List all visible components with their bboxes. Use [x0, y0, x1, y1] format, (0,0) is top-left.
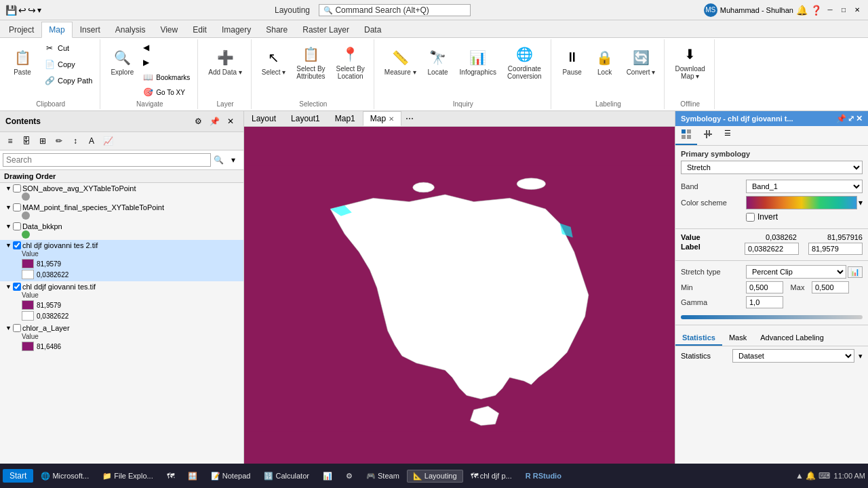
restore-button[interactable]: □: [838, 5, 849, 16]
tab-map[interactable]: Map: [41, 22, 72, 38]
taskbar-item-microsoft[interactable]: 🌐 Microsoft...: [35, 470, 95, 483]
stats-dropdown[interactable]: Dataset: [732, 349, 854, 363]
sym-tab-primary[interactable]: [675, 126, 697, 145]
locate-button[interactable]: 🔭 Locate: [422, 41, 454, 81]
search-input[interactable]: [3, 153, 211, 167]
select-by-location-button[interactable]: 📍 Select ByLocation: [332, 41, 370, 83]
forward-button[interactable]: ▶: [140, 56, 193, 69]
add-data-button[interactable]: ➕ Add Data ▾: [203, 41, 246, 81]
more-tabs-icon[interactable]: ⋯: [403, 113, 416, 125]
invert-checkbox[interactable]: [746, 213, 755, 222]
taskbar-item-rstudio[interactable]: R RStudio: [519, 470, 568, 482]
tab-view[interactable]: View: [153, 21, 185, 37]
list-item[interactable]: ▼ chl djf giovanni tes 2.tif Value 81,95…: [0, 240, 243, 281]
list-item[interactable]: ▼ MAM_point_final_species_XYTableToPoint: [0, 202, 243, 221]
color-scheme-dropdown-icon[interactable]: ▾: [859, 198, 863, 207]
bookmarks-button[interactable]: 📖Bookmarks: [140, 70, 193, 84]
convert-button[interactable]: 🔄 Convert ▾: [622, 41, 660, 81]
min-input[interactable]: [746, 281, 783, 293]
save-icon[interactable]: 💾: [5, 5, 17, 16]
tab-insert[interactable]: Insert: [73, 21, 108, 37]
filter-icon[interactable]: ⚙: [191, 114, 205, 129]
measure-button[interactable]: 📏 Measure ▾: [380, 41, 421, 81]
redo-icon[interactable]: ↪: [28, 5, 36, 16]
taskbar-item-fileexplorer[interactable]: 📁 File Explo...: [96, 470, 159, 483]
select-button[interactable]: ↖ Select ▾: [257, 41, 291, 81]
go-to-xy-button[interactable]: 🎯Go To XY: [140, 85, 193, 99]
sym-expand-icon[interactable]: ⤢: [848, 114, 854, 123]
taskbar-item-layouting[interactable]: 📐 Layouting: [407, 470, 463, 483]
coordinate-conversion-button[interactable]: 🌐 CoordinateConversion: [502, 41, 547, 83]
stats-tab-mask[interactable]: Mask: [722, 331, 753, 346]
sym-tab-more[interactable]: ☰: [719, 126, 736, 145]
back-button[interactable]: ◀: [140, 41, 193, 54]
tab-map[interactable]: Map ✕: [363, 111, 401, 126]
taskbar-item-steam[interactable]: 🎮 Steam: [360, 470, 406, 483]
tab-data[interactable]: Data: [357, 21, 389, 37]
stats-tab-statistics[interactable]: Statistics: [675, 331, 722, 346]
copy-path-button[interactable]: 🔗 Copy Path: [41, 73, 96, 88]
layer-checkbox[interactable]: [13, 241, 21, 249]
color-scheme-gradient[interactable]: [746, 196, 857, 209]
close-panel-icon[interactable]: ✕: [223, 114, 238, 129]
chart-icon[interactable]: 📈: [100, 134, 115, 148]
infographics-button[interactable]: 📊 Infographics: [455, 41, 501, 81]
download-map-button[interactable]: ⬇ DownloadMap ▾: [670, 41, 709, 83]
selection-icon[interactable]: ⊞: [35, 134, 50, 148]
undo-icon[interactable]: ↩: [18, 5, 26, 16]
pause-button[interactable]: ⏸ Pause: [557, 41, 588, 81]
list-item[interactable]: ▼ chl ddjf giovanni tes.tif Value 81,957…: [0, 281, 243, 323]
start-button[interactable]: Start: [3, 469, 33, 483]
layer-checkbox[interactable]: [13, 184, 21, 192]
stats-dropdown-icon[interactable]: ▾: [859, 352, 863, 361]
list-item[interactable]: ▼ Data_bkkpn: [0, 221, 243, 240]
gamma-input[interactable]: [746, 296, 783, 308]
layer-checkbox[interactable]: [13, 283, 21, 291]
histogram-slider[interactable]: [681, 315, 863, 319]
taskbar-item-arcgis[interactable]: 🗺: [161, 470, 180, 482]
taskbar-tray[interactable]: ▲ 🔔 ⌨: [795, 471, 830, 481]
customize-icon[interactable]: ▾: [37, 5, 41, 15]
label-min-input[interactable]: [745, 243, 799, 255]
close-button[interactable]: ✕: [852, 5, 863, 16]
histogram-icon[interactable]: 📊: [848, 266, 863, 278]
stretch-type-select[interactable]: Percent Clip: [746, 265, 846, 279]
layers-icon[interactable]: ≡: [3, 134, 18, 148]
tab-layout[interactable]: Layout: [244, 111, 283, 126]
paste-button[interactable]: 📋 Paste: [5, 41, 39, 81]
tab-map1[interactable]: Map1: [328, 111, 363, 126]
tab-map-close[interactable]: ✕: [389, 115, 394, 123]
map-canvas[interactable]: [244, 127, 675, 470]
tab-raster-layer[interactable]: Raster Layer: [295, 21, 357, 37]
taskbar-item-excel[interactable]: 📊: [317, 470, 338, 483]
command-search[interactable]: 🔍 Command Search (Alt+Q): [319, 4, 470, 16]
cut-button[interactable]: ✂ Cut: [41, 41, 96, 56]
edit-tool-icon[interactable]: ✏: [52, 134, 66, 148]
help-icon[interactable]: ❓: [810, 5, 822, 16]
search-icon[interactable]: 🔍: [211, 152, 226, 167]
layer-checkbox[interactable]: [13, 324, 21, 332]
tab-project[interactable]: Project: [1, 21, 41, 37]
invert-checkbox-label[interactable]: Invert: [746, 212, 778, 222]
label-max-input[interactable]: [808, 243, 863, 255]
tab-imagery[interactable]: Imagery: [214, 21, 258, 37]
stats-tab-advanced[interactable]: Advanced Labeling: [753, 331, 831, 346]
lock-button[interactable]: 🔒 Lock: [589, 41, 620, 81]
label-icon[interactable]: A: [84, 134, 99, 148]
move-icon[interactable]: ↕: [68, 134, 83, 148]
minimize-button[interactable]: ─: [825, 5, 835, 16]
list-item[interactable]: ▼ SON_above_avg_XYTableToPoint: [0, 183, 243, 202]
taskbar-item-win[interactable]: 🪟: [182, 470, 203, 483]
sym-tab-properties[interactable]: [697, 126, 719, 145]
taskbar-item-chl[interactable]: 🗺 chl djf p...: [465, 470, 518, 482]
taskbar-item-notepad[interactable]: 📝 Notepad: [205, 470, 257, 483]
tab-edit[interactable]: Edit: [185, 21, 214, 37]
notification-icon[interactable]: 🔔: [796, 5, 808, 16]
database-icon[interactable]: 🗄: [19, 134, 34, 148]
copy-button[interactable]: 📄 Copy: [41, 57, 96, 72]
taskbar-item-calculator[interactable]: 🔢 Calculator: [258, 470, 315, 483]
sym-close-icon[interactable]: ✕: [856, 114, 863, 123]
max-input[interactable]: [812, 281, 849, 293]
search-dropdown-icon[interactable]: ▾: [226, 152, 241, 167]
sym-pin-icon[interactable]: 📌: [836, 114, 846, 123]
